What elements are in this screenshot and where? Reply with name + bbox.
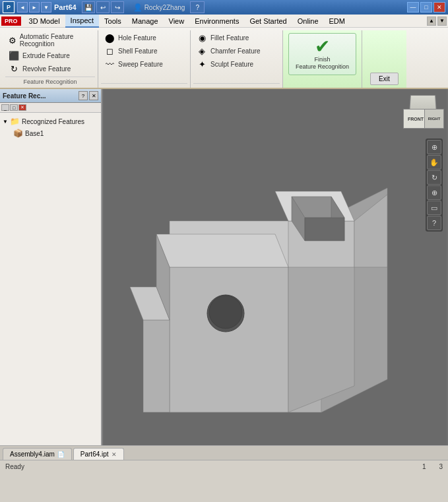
group-1-label: Feature Recognition [5, 77, 95, 86]
auto-feature-icon: ⚙ [8, 36, 17, 46]
nav-back[interactable]: ◄ [17, 2, 28, 13]
close-btn[interactable]: ✕ [433, 2, 445, 13]
pan-btn[interactable]: ✋ [427, 155, 441, 170]
extrude-feature-btn[interactable]: ⬛ Extrude Feature [5, 49, 91, 62]
fillet-feature-label: Fillet Feature [210, 34, 249, 42]
view-help-btn[interactable]: ? [427, 216, 441, 230]
panel-x-btn[interactable]: ✕ [18, 104, 26, 111]
ribbon-group-2: ⬤ Hole Feature ◻ Shell Feature 〰 Sweep F… [98, 30, 191, 88]
panel-buttons: ? ✕ [79, 91, 98, 100]
zoom-btn[interactable]: ⊕ [427, 185, 441, 200]
status-right: 1 3 [422, 463, 443, 470]
fillet-feature-icon: ◉ [196, 33, 208, 43]
minimize-btn[interactable]: — [407, 2, 419, 13]
revolve-feature-icon: ↻ [8, 64, 20, 74]
menu-inspect[interactable]: Inspect [65, 15, 99, 28]
base1-label: Base1 [25, 130, 44, 137]
status-ready: Ready [5, 463, 24, 470]
tab-assembly4[interactable]: Assembly4.iam 📄 [3, 448, 72, 460]
revolve-feature-btn[interactable]: ↻ Revolve Feature [5, 63, 91, 75]
panel-window-controls: _ □ ✕ [0, 103, 101, 113]
ribbon-content: ⚙ Automatic Feature Recognition ⬛ Extrud… [0, 28, 448, 88]
tab-assembly4-icon: 📄 [57, 451, 65, 458]
menu-tools[interactable]: Tools [99, 15, 127, 28]
extrude-feature-label: Extrude Feature [22, 52, 70, 59]
3d-viewport-svg [102, 89, 448, 445]
group-2-items: ⬤ Hole Feature ◻ Shell Feature 〰 Sweep F… [101, 32, 187, 82]
sculpt-feature-label: Sculpt Feature [210, 61, 253, 68]
feature-panel: Feature Rec... ? ✕ _ □ ✕ ▼ 📁 Recognized … [0, 89, 102, 445]
redo-btn[interactable]: ↪ [111, 1, 124, 13]
undo-btn[interactable]: ↩ [96, 1, 110, 13]
title-left: P ◄ ► ▼ Part64 💾 ↩ ↪ 👤 Rocky2Zhang ? [3, 1, 205, 13]
orbit-btn[interactable]: ⊕ [427, 140, 441, 154]
window-title: Part64 [54, 3, 77, 11]
viewport: FRONT RIGHT ⊕ ✋ ↻ ⊕ ▭ ? Z X [102, 89, 448, 445]
finish-checkmark-icon: ✔ [315, 38, 330, 56]
tab-part64-close[interactable]: ✕ [112, 451, 117, 458]
ribbon-minimize[interactable]: ▲ [427, 16, 436, 26]
sweep-feature-label: Sweep Feature [118, 61, 163, 68]
status-bar: Ready 1 3 [0, 460, 448, 473]
panel-close-btn[interactable]: ✕ [89, 91, 98, 100]
hole-feature-icon: ⬤ [104, 33, 115, 43]
menu-environments[interactable]: Environments [189, 15, 244, 28]
panel-minimize-btn[interactable]: _ [1, 104, 9, 111]
feature-panel-header: Feature Rec... ? ✕ [0, 89, 101, 103]
folder-icon: 📁 [10, 117, 20, 126]
exit-btn[interactable]: Exit [370, 73, 399, 85]
base1-item[interactable]: 📦 Base1 [13, 127, 98, 139]
save-btn[interactable]: 💾 [82, 1, 95, 13]
nav-cube[interactable]: FRONT RIGHT [403, 94, 443, 134]
username: Rocky2Zhang [144, 4, 185, 11]
finish-group: ✔ FinishFeature Recognition [283, 30, 362, 88]
nav-recent[interactable]: ▼ [41, 2, 51, 13]
tab-part64[interactable]: Part64.ipt ✕ [73, 448, 124, 460]
exit-group: Exit [362, 30, 406, 88]
svg-marker-4 [170, 267, 288, 412]
ribbon-group-3: ◉ Fillet Feature ◈ Chamfer Feature ✦ Scu… [191, 30, 283, 88]
group-3-items: ◉ Fillet Feature ◈ Chamfer Feature ✦ Scu… [193, 32, 280, 82]
auto-feature-btn[interactable]: ⚙ Automatic Feature Recognition [5, 32, 91, 49]
nav-forward[interactable]: ► [29, 2, 40, 13]
shell-feature-btn[interactable]: ◻ Shell Feature [101, 45, 187, 57]
finish-feature-recognition-btn[interactable]: ✔ FinishFeature Recognition [288, 33, 356, 75]
chamfer-feature-btn[interactable]: ◈ Chamfer Feature [193, 45, 279, 57]
extrude-feature-icon: ⬛ [8, 51, 20, 61]
main-area: Feature Rec... ? ✕ _ □ ✕ ▼ 📁 Recognized … [0, 89, 448, 445]
menu-edm[interactable]: EDM [324, 15, 350, 28]
panel-restore-btn[interactable]: □ [10, 104, 18, 111]
shell-feature-icon: ◻ [104, 46, 115, 56]
recognized-features-item[interactable]: ▼ 📁 Recognized Features [3, 115, 98, 127]
hole-feature-btn[interactable]: ⬤ Hole Feature [101, 32, 187, 44]
group-2-label [101, 83, 187, 86]
menu-view[interactable]: View [164, 15, 190, 28]
sweep-feature-btn[interactable]: 〰 Sweep Feature [101, 58, 187, 71]
menu-getstarted[interactable]: Get Started [244, 15, 292, 28]
ribbon-expand[interactable]: ▼ [437, 16, 447, 26]
nav-cube-container: FRONT RIGHT [403, 94, 443, 134]
tab-assembly4-label: Assembly4.iam [10, 451, 55, 458]
fillet-feature-btn[interactable]: ◉ Fillet Feature [193, 32, 279, 44]
ribbon-group-1: ⚙ Automatic Feature Recognition ⬛ Extrud… [3, 30, 98, 88]
menu-manage[interactable]: Manage [127, 15, 164, 28]
auto-feature-label: Automatic Feature Recognition [20, 33, 88, 47]
tree-expand-icon: ▼ [3, 119, 8, 125]
panel-help-btn[interactable]: ? [79, 91, 88, 100]
pro-badge: PRO [1, 16, 21, 26]
title-toolbar: 💾 ↩ ↪ [82, 1, 124, 13]
base1-container: 📦 Base1 [13, 127, 98, 139]
tab-part64-label: Part64.ipt [80, 451, 109, 458]
fit-btn[interactable]: ▭ [427, 201, 441, 215]
sculpt-feature-icon: ✦ [196, 59, 208, 69]
menu-online[interactable]: Online [292, 15, 324, 28]
feature-tree: ▼ 📁 Recognized Features 📦 Base1 [0, 113, 101, 142]
menu-3dmodel[interactable]: 3D Model [24, 15, 65, 28]
title-bar: P ◄ ► ▼ Part64 💾 ↩ ↪ 👤 Rocky2Zhang ? — □… [0, 0, 448, 15]
chamfer-feature-label: Chamfer Feature [210, 47, 261, 55]
maximize-btn[interactable]: □ [420, 2, 432, 13]
sculpt-feature-btn[interactable]: ✦ Sculpt Feature [193, 58, 279, 71]
rotate-btn[interactable]: ↻ [427, 170, 441, 185]
help-btn[interactable]: ? [190, 1, 205, 13]
base1-icon: 📦 [13, 129, 23, 138]
